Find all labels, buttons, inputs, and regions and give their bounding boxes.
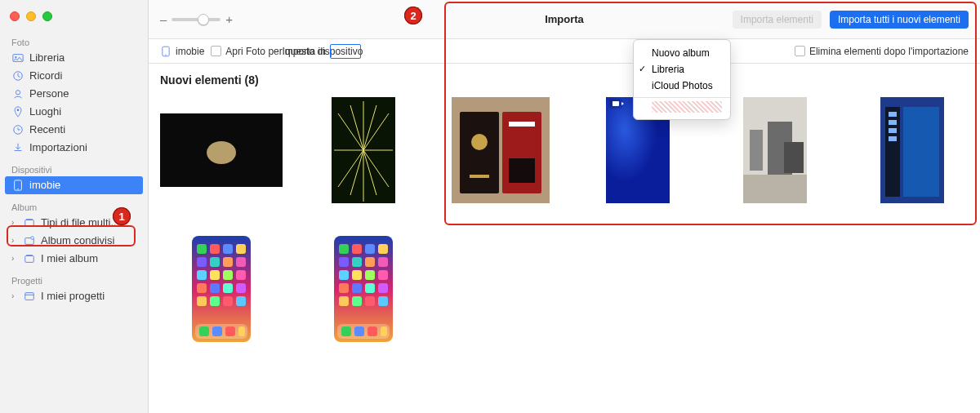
sidebar-item-miei-progetti[interactable]: › I miei progetti xyxy=(0,287,148,305)
thumbnail[interactable] xyxy=(192,236,251,342)
svg-rect-84 xyxy=(378,257,388,267)
thumbnail[interactable] xyxy=(743,97,807,203)
svg-rect-98 xyxy=(341,326,351,336)
svg-rect-47 xyxy=(889,120,897,125)
delete-after-label: Elimina elementi dopo l'importazione xyxy=(809,46,969,57)
svg-rect-99 xyxy=(354,326,364,336)
svg-rect-58 xyxy=(236,257,246,267)
chevron-right-icon: › xyxy=(11,252,18,265)
thumbnail-grid xyxy=(160,93,969,346)
import-to-dropdown[interactable] xyxy=(330,44,361,59)
sidebar-item-label: I miei progetti xyxy=(41,290,105,303)
svg-rect-86 xyxy=(352,270,362,280)
svg-rect-93 xyxy=(339,296,349,306)
svg-rect-82 xyxy=(352,257,362,267)
svg-rect-42 xyxy=(784,142,804,173)
sidebar-item-device[interactable]: imobie xyxy=(5,176,143,194)
zoom-minus-icon[interactable]: – xyxy=(160,13,167,25)
sidebar-item-label: Album condivisi xyxy=(41,234,114,247)
svg-rect-90 xyxy=(352,283,362,293)
video-icon xyxy=(609,99,622,109)
svg-rect-74 xyxy=(225,326,235,336)
sidebar-item-importazioni[interactable]: Importazioni xyxy=(0,139,148,157)
sidebar-item-label: Importazioni xyxy=(29,141,87,154)
thumbnail[interactable] xyxy=(452,97,550,203)
delete-after-checkbox[interactable]: Elimina elementi dopo l'importazione xyxy=(795,46,969,57)
svg-rect-36 xyxy=(509,158,535,183)
svg-rect-12 xyxy=(25,293,34,300)
sidebar-item-label: Luoghi xyxy=(29,105,61,118)
popover-item-libreria[interactable]: ✓ Libreria xyxy=(634,61,730,78)
svg-rect-39 xyxy=(743,175,807,203)
svg-rect-64 xyxy=(210,283,220,293)
sidebar-header: Dispositivi xyxy=(0,162,148,176)
svg-rect-35 xyxy=(509,122,535,127)
svg-rect-55 xyxy=(197,257,207,267)
sidebar-item-album-condivisi[interactable]: › Album condivisi xyxy=(0,232,148,250)
maximize-icon[interactable] xyxy=(42,11,52,21)
svg-rect-57 xyxy=(223,257,233,267)
zoom-slider[interactable]: – + xyxy=(160,13,250,25)
album-icon xyxy=(23,252,36,265)
svg-point-14 xyxy=(165,54,166,55)
main-area: – + Importa Importa elementi Importa tut… xyxy=(149,0,980,413)
svg-rect-70 xyxy=(236,296,246,306)
toolbar: – + Importa Importa elementi Importa tut… xyxy=(149,0,980,39)
svg-rect-87 xyxy=(365,270,375,280)
checkmark-icon: ✓ xyxy=(639,64,646,74)
popover-divider xyxy=(634,97,730,98)
sidebar-item-persone[interactable]: Persone xyxy=(0,85,148,103)
zoom-plus-icon[interactable]: + xyxy=(225,13,233,25)
import-all-button[interactable]: Importa tutti i nuovi elementi xyxy=(830,11,969,29)
import-to-label: Importa in xyxy=(283,46,326,57)
svg-rect-49 xyxy=(889,136,897,141)
thumbnail[interactable] xyxy=(160,113,283,187)
svg-rect-101 xyxy=(381,326,387,336)
sidebar-item-luoghi[interactable]: Luoghi xyxy=(0,103,148,121)
sidebar: Foto Libreria Ricordi Persone Luoghi Rec… xyxy=(0,0,149,413)
svg-point-16 xyxy=(207,141,236,164)
svg-rect-66 xyxy=(236,283,246,293)
import-selected-button[interactable]: Importa elementi xyxy=(733,11,822,29)
sidebar-item-label: Tipi di file multi... xyxy=(41,216,119,229)
content-area: Nuovi elementi (8) xyxy=(149,64,980,356)
thumbnail[interactable] xyxy=(880,97,944,203)
svg-rect-52 xyxy=(210,244,220,254)
device-icon xyxy=(160,46,172,57)
svg-rect-83 xyxy=(365,257,375,267)
svg-rect-48 xyxy=(889,128,897,133)
sidebar-item-label: Libreria xyxy=(29,51,65,64)
svg-point-3 xyxy=(16,91,20,95)
svg-rect-69 xyxy=(223,296,233,306)
svg-rect-68 xyxy=(210,296,220,306)
sidebar-section-foto: Foto Libreria Ricordi Persone Luoghi Rec… xyxy=(0,34,148,157)
svg-rect-88 xyxy=(378,270,388,280)
svg-rect-46 xyxy=(889,112,897,117)
svg-point-10 xyxy=(31,237,34,240)
checkbox-icon[interactable] xyxy=(211,46,221,56)
sidebar-item-label: I miei album xyxy=(41,252,98,265)
slider-track[interactable] xyxy=(172,18,220,21)
thumbnail[interactable] xyxy=(332,97,395,203)
svg-rect-75 xyxy=(238,326,245,336)
chevron-right-icon: › xyxy=(11,216,18,229)
slider-knob[interactable] xyxy=(198,14,209,25)
sidebar-item-miei-album[interactable]: › I miei album xyxy=(0,250,148,268)
project-icon xyxy=(23,290,36,303)
popover-item-nuovo-album[interactable]: Nuovo album xyxy=(634,45,730,61)
svg-rect-45 xyxy=(903,107,939,197)
svg-rect-62 xyxy=(236,270,246,280)
svg-rect-94 xyxy=(352,296,362,306)
thumbnail[interactable] xyxy=(334,236,393,342)
popover-item-icloud-photos[interactable]: iCloud Photos xyxy=(634,78,730,94)
svg-rect-60 xyxy=(210,270,220,280)
minimize-icon[interactable] xyxy=(26,11,36,21)
svg-point-32 xyxy=(471,134,488,150)
close-icon[interactable] xyxy=(10,11,20,21)
sidebar-item-ricordi[interactable]: Ricordi xyxy=(0,67,148,85)
popover-new-field[interactable] xyxy=(652,101,722,113)
chevron-right-icon: › xyxy=(11,234,18,247)
checkbox-icon[interactable] xyxy=(795,46,805,56)
sidebar-item-libreria[interactable]: Libreria xyxy=(0,49,148,67)
sidebar-item-recenti[interactable]: Recenti xyxy=(0,121,148,139)
